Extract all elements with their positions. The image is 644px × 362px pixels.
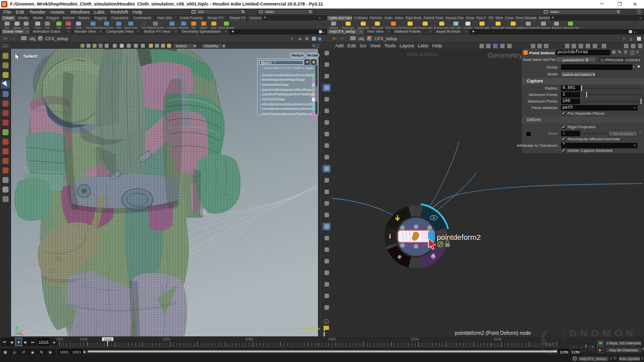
svg-text:pointdeform2: pointdeform2 [437,233,481,241]
svg-text:x: x [22,329,23,332]
svg-text:❄: ❄ [397,254,401,260]
svg-text:y: y [19,330,21,333]
svg-text:i: i [389,232,391,240]
